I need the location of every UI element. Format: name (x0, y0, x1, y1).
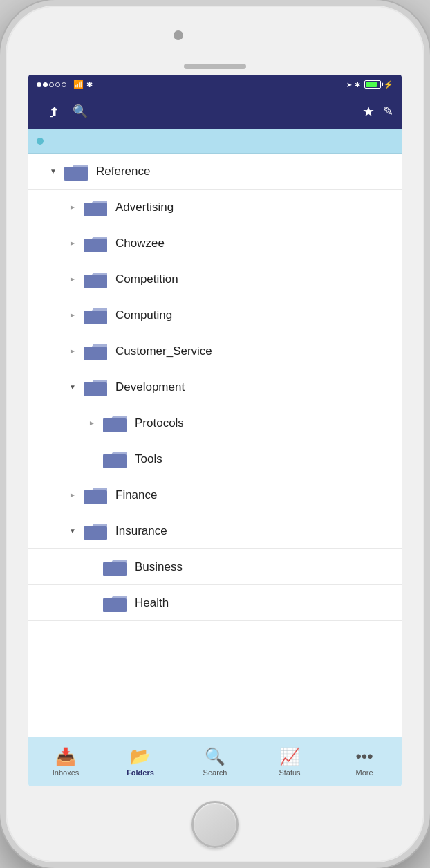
folder-icon (82, 377, 109, 398)
folder-row-insurance[interactable]: Insurance (28, 513, 402, 549)
folder-icon (82, 233, 109, 254)
chevron-right-icon (67, 346, 78, 357)
status-left: 📶 ✱ (37, 80, 93, 89)
tab-label-folders: Folders (127, 768, 154, 777)
signal-dot-5 (62, 82, 66, 87)
chevron-right-icon (67, 274, 78, 285)
svg-rect-10 (84, 347, 107, 360)
tab-label-inboxes: Inboxes (53, 768, 80, 777)
tab-label-status: Status (279, 768, 300, 777)
folder-name-business: Business (135, 560, 183, 574)
signal-dot-2 (43, 82, 48, 87)
folders-icon: 📂 (130, 747, 151, 766)
folder-name-computing: Computing (115, 308, 172, 322)
tab-folders[interactable]: 📂Folders (103, 747, 178, 777)
nav-right: ★ ✎ (304, 103, 393, 120)
folder-row-computing[interactable]: Computing (28, 297, 402, 333)
folder-row-protocols[interactable]: Protocols (28, 405, 402, 441)
folder-row-reference[interactable]: Reference (28, 154, 402, 190)
folder-row-advertising[interactable]: Advertising (28, 190, 402, 225)
chevron-down-icon (67, 526, 78, 537)
status-icon: 📈 (279, 747, 300, 766)
camera (174, 30, 183, 40)
phone-screen: 📶 ✱ ➤ ✱ ⚡ ⮭ 🔍 ★ ✎ (28, 75, 402, 786)
folder-name-competition: Competition (115, 273, 178, 286)
breadcrumb-dot (37, 138, 44, 145)
svg-rect-2 (84, 203, 107, 216)
folder-name-protocols: Protocols (135, 416, 184, 430)
folder-icon (63, 161, 89, 182)
chevron-right-icon (67, 238, 78, 249)
svg-rect-0 (64, 167, 88, 181)
star-icon[interactable]: ★ (362, 103, 375, 120)
svg-rect-20 (84, 526, 107, 540)
svg-rect-14 (103, 418, 127, 432)
tab-bar: 📥Inboxes📂Folders🔍Search📈Status•••More (28, 737, 402, 786)
svg-rect-24 (103, 598, 127, 612)
folder-icon (102, 449, 128, 470)
inboxes-icon: 📥 (55, 747, 76, 766)
folder-row-business[interactable]: Business (28, 549, 402, 585)
signal-dot-4 (55, 82, 60, 87)
folder-name-customer_service: Customer_Service (115, 344, 212, 358)
svg-rect-22 (103, 562, 127, 576)
tab-status[interactable]: 📈Status (252, 747, 327, 777)
folder-name-advertising: Advertising (115, 201, 174, 214)
svg-rect-6 (84, 275, 107, 288)
nav-bar: ⮭ 🔍 ★ ✎ (28, 94, 402, 129)
folder-name-reference: Reference (96, 165, 150, 178)
charging-icon: ⚡ (384, 80, 393, 89)
folder-name-insurance: Insurance (115, 524, 167, 538)
tab-search[interactable]: 🔍Search (178, 747, 252, 777)
folder-name-chowzee: Chowzee (115, 237, 165, 250)
bt-icon: ✱ (355, 81, 360, 89)
home-button[interactable] (191, 801, 239, 848)
svg-rect-8 (84, 311, 107, 324)
folder-icon (82, 305, 109, 326)
breadcrumb[interactable] (28, 129, 402, 154)
status-right: ➤ ✱ ⚡ (346, 80, 393, 89)
tab-more[interactable]: •••More (327, 747, 402, 777)
location-icon: ➤ (346, 81, 352, 89)
folder-icon (82, 269, 109, 290)
bluetooth-icon: ✱ (86, 80, 93, 89)
chevron-down-icon (48, 166, 59, 177)
folder-row-tools[interactable]: Tools (28, 441, 402, 477)
search-icon[interactable]: 🔍 (73, 104, 88, 119)
chevron-right-icon (86, 418, 97, 429)
folder-icon (82, 485, 109, 506)
chevron-down-icon (67, 382, 78, 393)
search-icon: 🔍 (205, 747, 225, 766)
folder-icon (102, 413, 128, 434)
folder-name-health: Health (135, 596, 169, 610)
folder-icon (82, 197, 109, 218)
share-icon[interactable]: ⮭ (48, 104, 62, 120)
folder-name-development: Development (115, 380, 185, 394)
compose-icon[interactable]: ✎ (383, 104, 393, 119)
folder-row-competition[interactable]: Competition (28, 261, 402, 297)
tab-inboxes[interactable]: 📥Inboxes (28, 747, 103, 777)
svg-rect-16 (103, 454, 127, 468)
status-bar: 📶 ✱ ➤ ✱ ⚡ (28, 75, 402, 94)
svg-rect-4 (84, 239, 107, 252)
folder-row-health[interactable]: Health (28, 585, 402, 621)
folder-row-chowzee[interactable]: Chowzee (28, 225, 402, 261)
phone-bottom (6, 786, 424, 862)
phone-speaker (184, 64, 246, 69)
folder-list: Reference Advertising Chowzee Competitio… (28, 154, 402, 737)
folder-row-finance[interactable]: Finance (28, 477, 402, 513)
wifi-icon: 📶 (73, 80, 84, 89)
folder-icon (82, 341, 109, 362)
battery (364, 80, 381, 89)
phone-frame: 📶 ✱ ➤ ✱ ⚡ ⮭ 🔍 ★ ✎ (0, 0, 430, 868)
chevron-right-icon (67, 490, 78, 501)
nav-left: ⮭ 🔍 (37, 104, 126, 120)
folder-row-customer_service[interactable]: Customer_Service (28, 333, 402, 369)
chevron-right-icon (67, 202, 78, 213)
tab-label-more: More (355, 768, 373, 777)
folder-row-development[interactable]: Development (28, 369, 402, 405)
folder-icon (82, 521, 109, 542)
folder-name-finance: Finance (115, 488, 157, 502)
signal-dots (37, 82, 66, 87)
folder-icon (102, 557, 128, 578)
